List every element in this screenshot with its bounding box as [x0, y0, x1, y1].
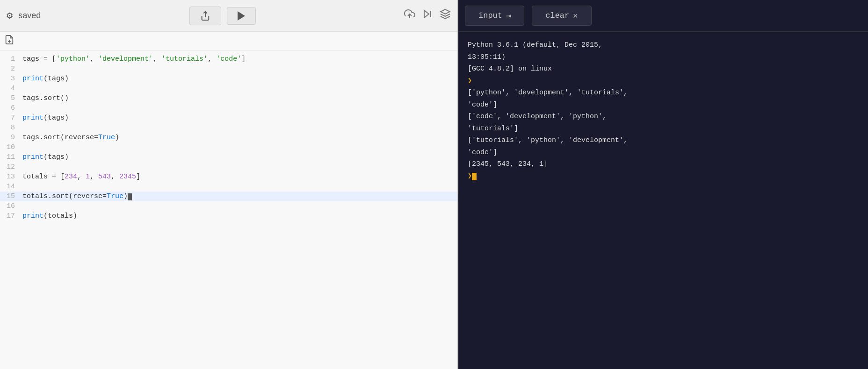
table-row: 6 — [0, 103, 457, 113]
svg-marker-2 — [424, 10, 429, 18]
output-line-6: 'code'] — [468, 147, 859, 159]
input-icon: ⇥ — [506, 11, 511, 21]
output-line-3: ['code', 'development', 'python', — [468, 111, 859, 123]
python-version-line2: 13:05:11) — [468, 51, 859, 64]
upload-icon[interactable] — [404, 8, 415, 23]
clear-button[interactable]: clear ✕ — [532, 6, 591, 26]
clear-icon: ✕ — [573, 11, 578, 21]
table-row: 1 tags = ['python', 'development', 'tuto… — [0, 54, 457, 64]
terminal-panel: input ⇥ clear ✕ Python 3.6.1 (default, D… — [458, 0, 868, 369]
gcc-info: [GCC 4.8.2] on linux — [468, 63, 859, 75]
output-line-4: 'tutorials'] — [468, 123, 859, 135]
export-button[interactable] — [189, 7, 221, 25]
skip-icon[interactable] — [422, 8, 433, 23]
terminal-prompt-1: ❯ — [468, 75, 859, 87]
python-version-line1: Python 3.6.1 (default, Dec 2015, — [468, 39, 859, 51]
editor-panel: ⚙ saved — [0, 0, 458, 369]
table-row: 17 print(totals) — [0, 211, 457, 221]
table-row: 15 totals.sort(reverse=True) — [0, 192, 457, 201]
code-lines: 1 tags = ['python', 'development', 'tuto… — [0, 50, 457, 225]
input-label: input — [478, 11, 502, 20]
table-row: 7 print(tags) — [0, 113, 457, 123]
table-row: 9 tags.sort(reverse=True) — [0, 133, 457, 142]
table-row: 14 — [0, 182, 457, 192]
gear-icon[interactable]: ⚙ — [7, 9, 13, 22]
table-row: 8 — [0, 123, 457, 133]
cube-icon[interactable] — [440, 8, 451, 23]
editor-toolbar: ⚙ saved — [0, 0, 457, 32]
terminal-output: Python 3.6.1 (default, Dec 2015, 13:05:1… — [458, 32, 868, 369]
output-line-7: [2345, 543, 234, 1] — [468, 158, 859, 170]
output-line-5: ['tutorials', 'python', 'development', — [468, 135, 859, 147]
table-row: 13 totals = [234, 1, 543, 2345] — [0, 172, 457, 182]
new-file-bar — [0, 32, 457, 50]
table-row: 3 print(tags) — [0, 74, 457, 84]
table-row: 2 — [0, 64, 457, 74]
run-button[interactable] — [227, 7, 256, 25]
table-row: 12 — [0, 162, 457, 172]
table-row: 4 — [0, 84, 457, 93]
new-file-icon[interactable] — [5, 35, 14, 48]
terminal-toolbar: input ⇥ clear ✕ — [458, 0, 868, 32]
saved-label: saved — [18, 11, 41, 21]
output-line-1: ['python', 'development', 'tutorials', — [468, 87, 859, 99]
table-row: 16 — [0, 201, 457, 211]
output-line-2: 'code'] — [468, 99, 859, 111]
input-button[interactable]: input ⇥ — [465, 6, 524, 26]
terminal-prompt-2: ❯ — [468, 170, 859, 183]
code-area[interactable]: 1 tags = ['python', 'development', 'tuto… — [0, 50, 457, 369]
table-row: 10 — [0, 142, 457, 152]
table-row: 5 tags.sort() — [0, 93, 457, 103]
toolbar-right — [404, 8, 451, 23]
play-icon — [238, 11, 245, 21]
table-row: 11 print(tags) — [0, 152, 457, 162]
clear-label: clear — [545, 11, 569, 20]
